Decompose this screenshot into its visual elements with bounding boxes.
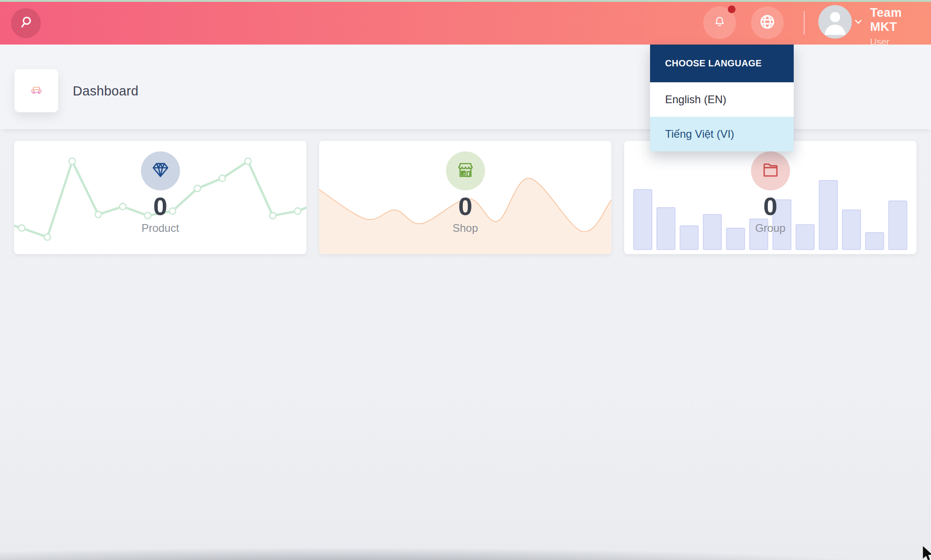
product-label: Product: [141, 222, 179, 235]
group-label: Group: [755, 222, 786, 235]
topbar: Team MKT User: [0, 2, 931, 45]
globe-icon: [759, 13, 776, 32]
shop-label: Shop: [452, 222, 478, 235]
car-icon: [30, 83, 43, 99]
notification-dot: [728, 5, 736, 13]
language-option-vietnamese[interactable]: Tiếng Việt (VI): [650, 117, 794, 151]
user-silhouette-icon: [818, 5, 852, 39]
language-dropdown-title: CHOOSE LANGUAGE: [650, 45, 794, 82]
language-option-english[interactable]: English (EN): [650, 82, 794, 117]
stat-cards-row: 0 Product: [14, 141, 916, 254]
user-name: Team MKT: [870, 6, 929, 34]
search-icon: [19, 15, 33, 31]
bottom-edge-shadow: [0, 528, 931, 560]
page-title: Dashboard: [73, 84, 139, 99]
store-icon: [456, 160, 475, 181]
chevron-down-icon[interactable]: [855, 18, 862, 26]
user-avatar[interactable]: [818, 5, 852, 39]
shop-count: 0: [458, 193, 472, 220]
product-badge: [141, 151, 180, 190]
user-menu[interactable]: Team MKT User: [870, 6, 929, 47]
group-count: 0: [763, 193, 777, 220]
language-button[interactable]: [751, 6, 784, 39]
mouse-cursor: [921, 545, 931, 560]
group-badge: [751, 151, 790, 190]
stat-card-group: 0 Group: [624, 141, 916, 254]
bell-icon: [713, 15, 726, 30]
shop-badge: [446, 151, 485, 190]
search-button[interactable]: [11, 8, 41, 38]
folder-icon: [761, 160, 780, 181]
stat-card-shop: 0 Shop: [319, 141, 611, 254]
diamond-icon: [151, 160, 170, 181]
page-title-card: [15, 69, 58, 112]
language-dropdown: CHOOSE LANGUAGE English (EN) Tiếng Việt …: [650, 45, 794, 151]
topbar-divider: [804, 11, 805, 35]
product-count: 0: [153, 193, 167, 220]
stat-card-product: 0 Product: [14, 141, 306, 254]
app-window: Team MKT User Dashboard: [0, 0, 931, 560]
